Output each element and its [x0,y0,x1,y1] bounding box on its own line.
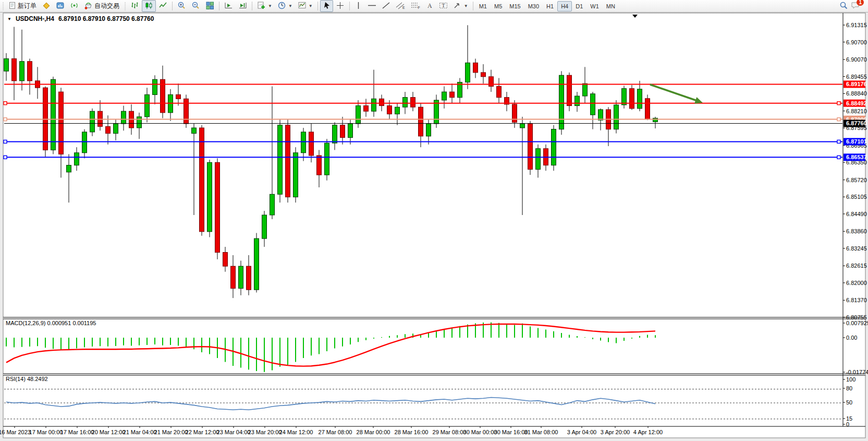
text-icon: A [426,2,434,11]
line-drag-handle[interactable] [837,102,840,105]
price-axis-tick: 6.90070 [846,56,867,63]
time-axis-label: 23 Mar 04:00 [217,429,251,435]
price-axis-tick: 6.89455 [846,74,867,80]
price-axis-tick: 6.83245 [846,245,867,252]
line-drag-handle[interactable] [4,156,7,159]
text-label-button[interactable]: T [436,0,450,12]
new-chart-button[interactable]: ▼ [254,0,275,12]
time-axis-label: 4 Apr 12:00 [633,429,663,435]
notifications-button[interactable]: 1 [851,1,861,11]
rsi-axis-tick: 80 [846,385,852,391]
macd-indicator-label: MACD(12,26,9) 0.000951 0.001195 [6,320,96,326]
shapes-button[interactable]: ▼ [450,0,471,12]
time-axis-label: 21 Mar 20:00 [154,429,188,435]
macd-axis-tick: 0.007929 [846,320,868,326]
period-icon [277,1,286,11]
auto-scroll-button[interactable] [222,0,236,12]
price-axis-tick: 6.90700 [846,39,867,45]
tile-windows-button[interactable] [203,0,217,12]
market-button[interactable] [53,0,67,12]
line-chart-button[interactable] [156,0,170,12]
vertical-line-button[interactable] [352,0,365,12]
time-axis-label: 30 Mar 16:00 [494,429,528,435]
period-button[interactable]: ▼ [275,0,295,12]
trendline-icon [382,2,390,11]
vertical-line-icon [354,2,362,11]
tab-timeframe-m30[interactable]: M30 [524,1,543,11]
templates-icon [298,1,307,11]
line-drag-handle[interactable] [4,102,7,105]
toolbar-grip[interactable] [124,2,126,10]
new-order-button[interactable]: 新订单 [6,0,39,12]
zoom-in-button[interactable] [175,0,189,12]
rsi-axis-tick: 0 [846,421,849,427]
chevron-down-icon[interactable]: ▼ [7,17,11,21]
signals-icon [70,1,79,11]
line-drag-handle[interactable] [837,118,840,121]
text-button[interactable]: A [423,0,436,12]
signals-button[interactable] [67,0,81,12]
horizontal-line-button[interactable] [365,0,379,12]
time-axis-label: 21 Mar 04:00 [123,429,157,435]
tab-timeframe-w1[interactable]: W1 [586,1,603,11]
tab-timeframe-m5[interactable]: M5 [491,1,506,11]
rsi-axis-tick: 100 [846,376,855,383]
tab-timeframe-h4[interactable]: H4 [557,1,572,11]
templates-button[interactable]: ▼ [295,0,315,12]
tab-timeframe-d1[interactable]: D1 [572,1,586,11]
price-axis-tick: 6.88840 [846,90,867,97]
bar-chart-button[interactable] [128,0,142,12]
line-drag-handle[interactable] [837,156,840,159]
cursor-icon [323,2,331,11]
candlestick-chart-button[interactable] [142,0,156,12]
tab-timeframe-m15[interactable]: M15 [506,1,524,11]
search-button[interactable] [837,0,851,12]
zoom-in-icon [177,1,186,11]
trendline-button[interactable] [379,0,393,12]
time-axis-label: 28 Mar 00:00 [357,429,390,435]
mql-community-icon [42,1,51,11]
price-axis-tick: 6.82615 [846,263,867,269]
shapes-icon [453,2,462,11]
toolbar-grip[interactable] [2,2,4,10]
price-line-label: 6.89176 [846,81,867,87]
svg-text:T: T [442,3,445,8]
text-label-icon: T [439,2,448,11]
market-icon [56,1,65,11]
horizontal-line-icon [368,2,376,11]
time-axis-label: 29 Mar 08:00 [433,429,467,435]
macd-axis-tick: -0.017743 [846,369,868,375]
line-drag-handle[interactable] [4,118,7,121]
crosshair-button[interactable] [333,0,347,12]
equidistant-channel-button[interactable]: E [393,0,408,12]
auto-scroll-icon [224,1,233,11]
new-order-icon [8,2,16,11]
fibonacci-button[interactable]: F [408,0,423,12]
macd-axis-tick: 0.00 [846,335,857,341]
line-drag-handle[interactable] [4,140,7,143]
price-line-label: 6.86537 [846,154,867,160]
mql-community-button[interactable] [39,0,53,12]
bar-chart-icon [130,1,139,11]
time-axis-label: 17 Mar 00:00 [29,429,63,435]
time-axis-label: 24 Mar 12:00 [279,429,313,435]
chart-shift-icon [238,1,247,11]
line-drag-handle[interactable] [837,140,840,143]
chart-shift-button[interactable] [236,0,250,12]
price-chart-canvas[interactable]: 6.913156.907006.900706.894556.888406.882… [0,13,868,441]
autotrade-button[interactable]: 自动交易 [81,0,122,12]
tab-timeframe-mn[interactable]: MN [603,1,619,11]
tab-timeframe-h1[interactable]: H1 [543,1,557,11]
price-axis-tick: 6.83860 [846,228,867,234]
svg-text:E: E [402,6,405,9]
time-axis-label: 30 Mar 00:00 [463,429,497,435]
time-axis-label: 27 Mar 08:00 [319,429,352,435]
price-axis-tick: 6.88210 [846,108,867,114]
candlestick-chart-icon [144,1,153,11]
tab-timeframe-m1[interactable]: M1 [475,1,491,11]
search-icon [839,1,848,11]
zoom-out-button[interactable] [189,0,203,12]
cursor-button[interactable] [320,0,333,12]
chart-header: ▼ USDCNH-,H4 6.87910 6.87910 6.87750 6.8… [7,15,154,22]
time-axis-label: 17 Mar 16:00 [60,429,94,435]
